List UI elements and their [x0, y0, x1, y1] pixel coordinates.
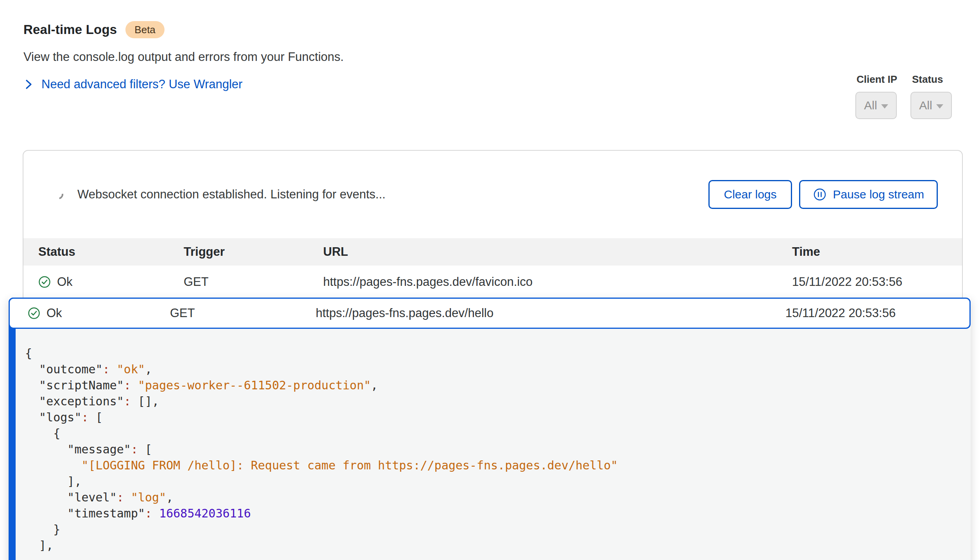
- page-subtitle: View the console.log output and errors f…: [23, 50, 344, 64]
- status-filter-select[interactable]: All: [910, 92, 952, 119]
- wrangler-filters-link[interactable]: Need advanced filters? Use Wrangler: [23, 77, 344, 91]
- log-detail-panel: { "outcome": "ok", "scriptName": "pages-…: [16, 329, 971, 560]
- client-ip-filter-value: All: [864, 99, 877, 112]
- log-detail-line: "[LOGGING FROM /hello]: Request came fro…: [25, 457, 955, 473]
- log-detail-line: }: [25, 521, 955, 537]
- column-header-status: Status: [38, 245, 184, 259]
- stream-status-message: Websocket connection established. Listen…: [77, 187, 708, 202]
- log-detail-line: "scriptName": "pages-worker--611502-prod…: [25, 377, 955, 393]
- status-filter-value: All: [919, 99, 932, 112]
- time-value: 15/11/2022 20:53:56: [792, 275, 962, 289]
- column-header-url: URL: [323, 245, 792, 259]
- log-detail-line: "outcome": "ok",: [25, 361, 955, 377]
- pause-log-stream-label: Pause log stream: [833, 188, 924, 201]
- pause-circle-icon: [813, 187, 827, 202]
- selected-accent-bar: [9, 298, 16, 560]
- log-filters: Client IP All Status All: [855, 73, 952, 119]
- log-detail-json: { "outcome": "ok", "scriptName": "pages-…: [25, 345, 955, 553]
- client-ip-filter-label: Client IP: [855, 73, 897, 86]
- wrangler-link-label: Need advanced filters? Use Wrangler: [41, 77, 243, 91]
- table-row[interactable]: Ok GET https://pages-fns.pages.dev/favic…: [23, 266, 962, 298]
- log-detail-line: "level": "log",: [25, 489, 955, 505]
- title-row: Real-time Logs Beta: [23, 21, 344, 38]
- column-header-time: Time: [792, 245, 962, 259]
- stream-status-row: Websocket connection established. Listen…: [23, 151, 962, 238]
- chevron-right-icon: [23, 78, 34, 90]
- log-detail-line: "logs": [: [25, 409, 955, 425]
- expanded-log-entry: Ok GET https://pages-fns.pages.dev/hello…: [9, 298, 971, 560]
- check-circle-icon: [38, 276, 51, 288]
- log-detail-line: "message": [: [25, 441, 955, 457]
- log-detail-line: "exceptions": [],: [25, 393, 955, 409]
- trigger-value: GET: [170, 306, 316, 320]
- log-detail-line: "timestamp": 1668542036116: [25, 505, 955, 521]
- status-value: Ok: [57, 275, 73, 289]
- status-filter-label: Status: [910, 73, 943, 86]
- status-filter: Status All: [910, 73, 952, 119]
- status-cell: Ok: [28, 306, 170, 320]
- clear-logs-button[interactable]: Clear logs: [708, 180, 792, 209]
- trigger-value: GET: [184, 275, 323, 289]
- url-value: https://pages-fns.pages.dev/favicon.ico: [323, 275, 792, 289]
- page-header: Real-time Logs Beta View the console.log…: [23, 21, 344, 91]
- beta-badge: Beta: [125, 21, 165, 38]
- column-header-trigger: Trigger: [184, 245, 323, 259]
- caret-down-icon: [936, 104, 943, 109]
- log-detail-line: {: [25, 345, 955, 361]
- spinner-icon: [52, 188, 65, 201]
- log-detail-line: {: [25, 425, 955, 441]
- check-circle-icon: [28, 307, 40, 319]
- time-value: 15/11/2022 20:53:56: [785, 306, 969, 320]
- url-value: https://pages-fns.pages.dev/hello: [316, 306, 785, 320]
- page-title: Real-time Logs: [23, 22, 117, 37]
- log-detail-line: ],: [25, 473, 955, 489]
- table-header: Status Trigger URL Time: [23, 238, 962, 266]
- pause-log-stream-button[interactable]: Pause log stream: [799, 180, 938, 209]
- client-ip-filter-select[interactable]: All: [855, 92, 897, 119]
- caret-down-icon: [881, 104, 888, 109]
- table-row-selected[interactable]: Ok GET https://pages-fns.pages.dev/hello…: [9, 298, 971, 329]
- status-cell: Ok: [38, 275, 184, 289]
- client-ip-filter: Client IP All: [855, 73, 897, 119]
- log-detail-line: ],: [25, 537, 955, 553]
- status-value: Ok: [46, 306, 62, 320]
